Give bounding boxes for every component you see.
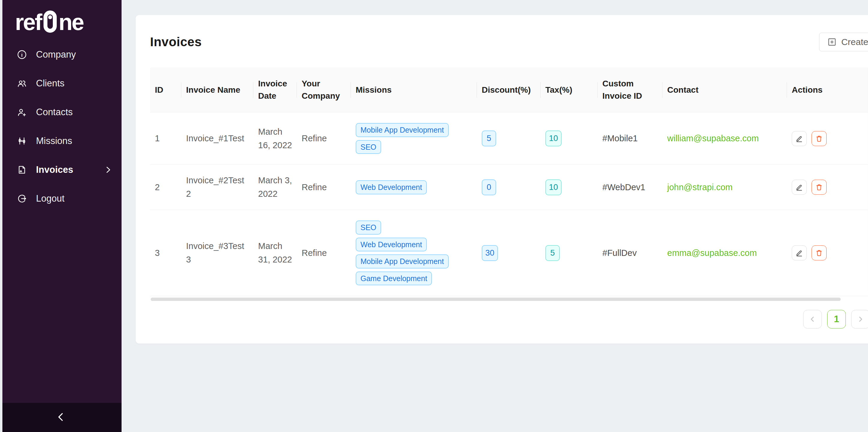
- column-header-discount: Discount(%): [477, 67, 540, 112]
- sidebar-item-label: Company: [36, 49, 76, 60]
- cell-invoice-date: March 31, 2022: [253, 210, 297, 296]
- cell-tax: 10: [540, 112, 597, 165]
- contact-email-link[interactable]: william@supabase.com: [667, 133, 759, 143]
- delete-button[interactable]: [812, 245, 827, 260]
- info-icon: [17, 49, 27, 60]
- cell-invoice-date: March 16, 2022: [253, 112, 297, 165]
- sidebar-item-label: Contacts: [36, 107, 73, 118]
- invoice-file-icon: [17, 165, 27, 175]
- sidebar-item-invoices[interactable]: Invoices: [0, 156, 122, 184]
- contact-email-link[interactable]: emma@supabase.com: [667, 248, 757, 258]
- edit-pencil-icon: [795, 135, 803, 142]
- cell-actions: [787, 210, 868, 296]
- column-header-id: ID: [150, 67, 181, 112]
- left-gutter: [0, 0, 2, 432]
- cell-invoice-name: Invoice_#2Test 2: [181, 165, 253, 210]
- column-header-custom-invoice-id: Custom Invoice ID: [597, 67, 662, 112]
- pagination-next-button[interactable]: [851, 310, 868, 329]
- horizontal-scrollbar: [150, 298, 868, 301]
- trash-icon: [815, 135, 823, 142]
- discount-tag: 0: [482, 179, 496, 195]
- refine-logo[interactable]: refne: [0, 0, 122, 34]
- sliders-icon: [17, 136, 27, 146]
- mission-tag: Web Development: [356, 238, 427, 252]
- column-header-missions: Missions: [351, 67, 477, 112]
- logo-i-glyph: [43, 10, 57, 33]
- edit-button[interactable]: [792, 245, 807, 260]
- sidebar-item-label: Clients: [36, 78, 65, 89]
- column-header-invoice-name: Invoice Name: [181, 67, 253, 112]
- chevron-right-icon: [103, 165, 113, 174]
- pagination-page-1-button[interactable]: 1: [827, 310, 846, 329]
- cell-discount: 5: [477, 112, 540, 165]
- page-title: Invoices: [150, 35, 202, 49]
- cell-missions: Mobile App DevelopmentSEO: [351, 112, 477, 165]
- cell-custom-invoice-id: #Mobile1: [597, 112, 662, 165]
- sidebar-menu: Company Clients: [0, 40, 122, 213]
- card-header: Invoices Create: [150, 26, 868, 58]
- column-header-contact: Contact: [662, 67, 787, 112]
- delete-button[interactable]: [812, 180, 827, 195]
- delete-button[interactable]: [812, 131, 827, 146]
- mission-tag: Game Development: [356, 271, 432, 286]
- sidebar-item-logout[interactable]: Logout: [0, 184, 122, 213]
- cell-id: 1: [150, 112, 181, 165]
- mission-tag: SEO: [356, 221, 381, 235]
- sidebar-item-label: Invoices: [36, 164, 73, 175]
- table-row: 1Invoice_#1TestMarch 16, 2022RefineMobil…: [150, 112, 868, 165]
- sidebar-item-missions[interactable]: Missions: [0, 127, 122, 156]
- cell-contact: john@strapi.com: [662, 165, 787, 210]
- mission-tag: Mobile App Development: [356, 255, 449, 268]
- invoice-table: ID Invoice Name Invoice Date Your Compan…: [150, 67, 868, 296]
- column-header-actions: Actions: [787, 67, 868, 112]
- create-button-label: Create: [841, 37, 868, 47]
- cell-missions: Web Development: [351, 165, 477, 210]
- horizontal-scrollbar-thumb[interactable]: [151, 298, 841, 301]
- edit-button[interactable]: [792, 180, 807, 195]
- sidebar-item-contacts[interactable]: Contacts: [0, 98, 122, 127]
- cell-actions: [787, 165, 868, 210]
- chevron-left-icon: [55, 411, 67, 424]
- mission-tag-line: Mobile App Development: [356, 253, 472, 270]
- react-query-devtools-button[interactable]: [866, 401, 868, 427]
- cell-company: Refine: [297, 112, 351, 165]
- trash-icon: [815, 249, 823, 257]
- mission-tag-line: Web Development: [356, 236, 472, 253]
- app-root: refne Company: [0, 0, 868, 432]
- cell-tax: 10: [540, 165, 597, 210]
- mission-tag-line: SEO: [356, 219, 472, 236]
- discount-tag: 5: [482, 131, 496, 146]
- sidebar-item-clients[interactable]: Clients: [0, 69, 122, 98]
- sidebar-item-company[interactable]: Company: [0, 40, 122, 69]
- edit-button[interactable]: [792, 131, 807, 146]
- mission-tag-line: SEO: [356, 139, 472, 156]
- sidebar-item-label: Logout: [36, 193, 65, 204]
- react-query-flower-icon: [866, 424, 868, 428]
- edit-pencil-icon: [795, 249, 803, 257]
- column-header-invoice-date: Invoice Date: [253, 67, 297, 112]
- invoice-table-body: 1Invoice_#1TestMarch 16, 2022RefineMobil…: [150, 112, 868, 296]
- tax-tag: 10: [545, 131, 562, 146]
- pagination-prev-button[interactable]: [803, 310, 822, 329]
- pagination: 1: [150, 310, 868, 329]
- plus-square-icon: [827, 37, 837, 47]
- table-row: 2Invoice_#2Test 2March 3, 2022RefineWeb …: [150, 165, 868, 210]
- create-button[interactable]: Create: [819, 33, 868, 51]
- cell-custom-invoice-id: #WebDev1: [597, 165, 662, 210]
- cell-invoice-name: Invoice_#3Test 3: [181, 210, 253, 296]
- cell-contact: william@supabase.com: [662, 112, 787, 165]
- contact-email-link[interactable]: john@strapi.com: [667, 182, 733, 192]
- table-row: 3Invoice_#3Test 3March 31, 2022RefineSEO…: [150, 210, 868, 296]
- tax-tag: 5: [545, 245, 560, 261]
- cell-missions: SEOWeb DevelopmentMobile App Development…: [351, 210, 477, 296]
- chevron-right-icon: [856, 315, 865, 323]
- cell-custom-invoice-id: #FullDev: [597, 210, 662, 296]
- cell-discount: 0: [477, 165, 540, 210]
- sidebar-collapse-button[interactable]: [0, 403, 122, 432]
- mission-tag-line: Web Development: [356, 179, 472, 196]
- column-header-tax: Tax(%): [540, 67, 597, 112]
- cell-company: Refine: [297, 210, 351, 296]
- sidebar-item-label: Missions: [36, 136, 72, 146]
- mission-tag: Mobile App Development: [356, 123, 449, 137]
- logo-text-pre: ref: [15, 11, 41, 34]
